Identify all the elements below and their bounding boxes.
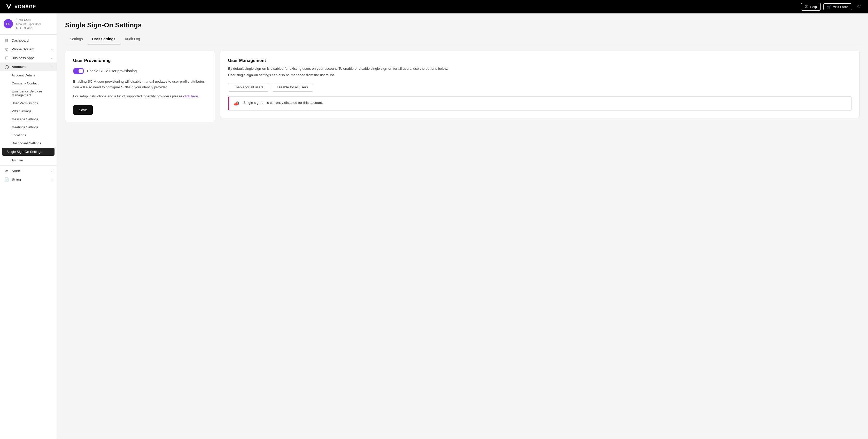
chevron-down-icon: ⌄	[51, 169, 53, 173]
sidebar-item-phone-system[interactable]: ✆ Phone System ⌄	[0, 45, 57, 54]
enable-all-users-button[interactable]: Enable for all users	[228, 83, 269, 92]
disable-all-users-button[interactable]: Disable for all users	[272, 83, 314, 92]
sidebar-item-user-permissions[interactable]: User Permissions	[0, 99, 57, 107]
help-icon: ⓘ	[805, 4, 808, 9]
toggle-slider	[73, 68, 84, 74]
sidebar-item-message-settings[interactable]: Message Settings	[0, 115, 57, 123]
megaphone-icon: 📣	[233, 100, 240, 107]
sidebar-item-label: Store	[11, 169, 20, 173]
sidebar-item-single-sign-on[interactable]: Single Sign-On Settings	[2, 148, 55, 156]
user-profile: FL First Last Account Super User Acct: 3…	[0, 13, 57, 35]
sidebar-item-billing[interactable]: 📄 Billing ⌄	[0, 175, 57, 184]
page-title: Single Sign-On Settings	[65, 21, 860, 29]
sidebar-item-meetings-settings[interactable]: Meetings Settings	[0, 123, 57, 131]
store-nav-icon: 🛍	[4, 169, 9, 173]
help-button[interactable]: ⓘ Help	[801, 3, 821, 10]
sidebar-item-archive[interactable]: Archive	[0, 156, 57, 164]
chevron-down-icon: ⌄	[51, 178, 53, 181]
store-icon: 🛒	[827, 5, 831, 9]
um-description-2: User single sign-on settings can also be…	[228, 73, 852, 77]
visit-store-button[interactable]: 🛒 Visit Store	[823, 3, 852, 10]
sidebar-item-company-contact[interactable]: Company Contact	[0, 79, 57, 87]
favorites-button[interactable]: ♡	[855, 3, 863, 10]
user-management-title: User Management	[228, 58, 852, 63]
sidebar-item-business-apps[interactable]: ❐ Business Apps ⌄	[0, 54, 57, 62]
click-here-link[interactable]: click here.	[183, 94, 199, 98]
user-management-card: User Management By default single sign-o…	[220, 51, 860, 118]
cards-row: User Provisioning Enable SCIM user provi…	[65, 51, 860, 122]
scim-toggle-row: Enable SCIM user provisioning	[73, 68, 207, 74]
sidebar-item-pbx-settings[interactable]: PBX Settings	[0, 107, 57, 115]
tab-user-settings[interactable]: User Settings	[88, 34, 120, 44]
chevron-up-icon: ⌃	[51, 65, 53, 68]
sso-status-text: Single sign-on is currently disabled for…	[243, 100, 323, 105]
tab-bar: Settings User Settings Audit Log	[65, 34, 860, 44]
sidebar-item-emergency-services[interactable]: Emergency Services Management	[0, 87, 57, 99]
user-info: First Last Account Super User Acct: 3364…	[16, 18, 41, 30]
user-acct: Acct: 336462	[16, 26, 41, 30]
svg-marker-0	[6, 4, 11, 9]
sidebar-item-account[interactable]: ◯ Account ⌃	[0, 62, 57, 71]
sidebar-item-label: Billing	[11, 178, 21, 181]
user-icon: ◯	[4, 65, 9, 69]
user-role: Account Super User	[16, 22, 41, 26]
avatar: FL	[4, 19, 13, 28]
scim-description-1: Enabling SCIM user provisioning will dis…	[73, 79, 207, 90]
chevron-down-icon: ⌄	[51, 56, 53, 60]
sidebar-item-locations[interactable]: Locations	[0, 131, 57, 139]
save-button[interactable]: Save	[73, 105, 93, 115]
sidebar-item-dashboard[interactable]: ☷ Dashboard	[0, 36, 57, 45]
layout: FL First Last Account Super User Acct: 3…	[0, 13, 868, 439]
main-nav: ☷ Dashboard ✆ Phone System ⌄ ❐ Business …	[0, 35, 57, 185]
user-provisioning-card: User Provisioning Enable SCIM user provi…	[65, 51, 215, 122]
top-nav-actions: ⓘ Help 🛒 Visit Store ♡	[801, 3, 863, 10]
um-buttons: Enable for all users Disable for all use…	[228, 83, 852, 92]
sidebar-item-label: Phone System	[11, 47, 34, 51]
sso-status-banner: 📣 Single sign-on is currently disabled f…	[228, 96, 852, 111]
sidebar-item-label: Account	[11, 65, 26, 69]
user-provisioning-title: User Provisioning	[73, 58, 207, 63]
top-navigation: VONAGE ⓘ Help 🛒 Visit Store ♡	[0, 0, 868, 13]
tab-settings[interactable]: Settings	[65, 34, 88, 44]
logo-text: VONAGE	[14, 4, 36, 9]
sidebar: FL First Last Account Super User Acct: 3…	[0, 13, 57, 439]
scim-description-2: For setup instructions and a list of sup…	[73, 93, 207, 99]
um-description-1: By default single sign-on is disabled fo…	[228, 66, 852, 71]
tag-icon: ❐	[4, 56, 9, 60]
sidebar-item-label: Dashboard	[11, 38, 29, 42]
billing-icon: 📄	[4, 178, 9, 182]
main-content: Single Sign-On Settings Settings User Se…	[57, 13, 868, 439]
scim-toggle[interactable]	[73, 68, 84, 74]
phone-icon: ✆	[4, 47, 9, 52]
sidebar-item-dashboard-settings[interactable]: Dashboard Settings	[0, 139, 57, 147]
grid-icon: ☷	[4, 38, 9, 42]
user-name: First Last	[16, 18, 41, 22]
vonage-logo: VONAGE	[5, 3, 36, 10]
tab-audit-log[interactable]: Audit Log	[120, 34, 145, 44]
sidebar-item-account-details[interactable]: Account Details	[0, 71, 57, 79]
sidebar-item-store[interactable]: 🛍 Store ⌄	[0, 166, 57, 175]
sidebar-item-label: Business Apps	[11, 56, 35, 60]
scim-toggle-label: Enable SCIM user provisioning	[87, 69, 137, 73]
chevron-down-icon: ⌄	[51, 48, 53, 51]
